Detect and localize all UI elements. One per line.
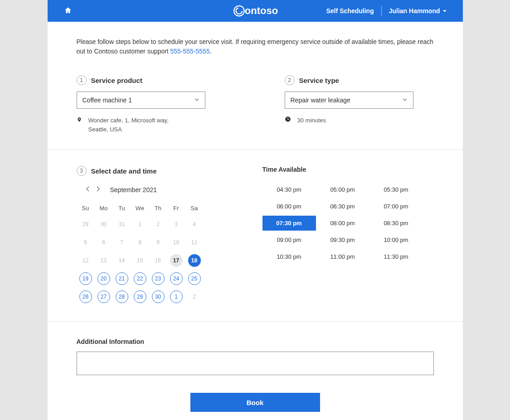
time-slot[interactable]: 10:30 pm: [262, 249, 316, 264]
caret-down-icon: [443, 7, 447, 14]
calendar-day: 10: [167, 233, 185, 251]
self-scheduling-link[interactable]: Self Scheduling: [326, 7, 374, 14]
book-button[interactable]: Book: [190, 393, 320, 412]
calendar-day: 11: [185, 233, 204, 251]
additional-info-label: Additional Information: [77, 338, 434, 345]
address-line2: Seattle, USA: [88, 125, 169, 134]
clock-icon: [285, 116, 291, 124]
brand-logo: ontoso: [232, 4, 278, 18]
calendar-day: 12: [77, 251, 95, 270]
additional-info-input[interactable]: [77, 352, 434, 375]
month-label: September 2021: [110, 186, 157, 193]
steps-row: 1 Service product Coffee machine 1 Wonde…: [77, 75, 434, 134]
select-value: Coffee machine 1: [83, 97, 132, 104]
calendar-day[interactable]: 27: [95, 288, 113, 306]
time-slot[interactable]: 05:00 pm: [316, 182, 369, 197]
calendar-day[interactable]: 30: [149, 288, 167, 306]
calendar-day[interactable]: 21: [113, 270, 131, 288]
step-number: 1: [77, 75, 87, 85]
intro-before: Please follow steps below to schedule yo…: [77, 38, 434, 55]
calendar-day[interactable]: 18: [185, 251, 204, 270]
time-panel: Time Available 04:30 pm05:00 pm05:30 pm0…: [240, 166, 434, 306]
calendar-day: 31: [113, 215, 131, 233]
step-title: Service product: [91, 77, 142, 84]
time-slot[interactable]: 07:30 pm: [262, 216, 316, 231]
calendar-dow: Mo: [95, 201, 113, 215]
app-header: ontoso Self Scheduling Julian Hammond: [48, 0, 463, 22]
time-slot-grid: 04:30 pm05:00 pm05:30 pm06:00 pm06:30 pm…: [262, 182, 434, 264]
calendar-dow: Th: [149, 201, 167, 215]
calendar-day: 14: [113, 251, 131, 270]
calendar-day[interactable]: 29: [131, 288, 149, 306]
time-slot[interactable]: 08:30 pm: [369, 216, 423, 231]
step-date-time: 3 Select date and time September 2021 Su…: [77, 150, 434, 306]
calendar-day[interactable]: 19: [77, 270, 95, 288]
calendar-day: 6: [95, 233, 113, 251]
step-title: Select date and time: [91, 167, 157, 175]
calendar-day: 30: [95, 215, 113, 233]
user-name: Julian Hammond: [389, 7, 440, 14]
bottom-section: Additional Information Book: [48, 322, 463, 420]
step-title: Service type: [299, 77, 339, 84]
step-number: 2: [285, 75, 295, 85]
time-slot[interactable]: 07:00 pm: [369, 199, 423, 214]
calendar-day: 2: [185, 288, 204, 306]
calendar-day[interactable]: 1: [167, 288, 185, 306]
calendar-day[interactable]: 22: [131, 270, 149, 288]
user-menu[interactable]: Julian Hammond: [389, 7, 447, 14]
svg-point-1: [236, 8, 242, 14]
calendar-day[interactable]: 26: [77, 288, 95, 306]
time-slot[interactable]: 04:30 pm: [262, 182, 316, 197]
intro-period: .: [210, 48, 212, 55]
main-content: Please follow steps below to schedule yo…: [48, 22, 463, 322]
step-number: 3: [77, 166, 87, 176]
header-right: Self Scheduling Julian Hammond: [326, 6, 447, 16]
step-service-product: 1 Service product Coffee machine 1 Wonde…: [77, 75, 226, 134]
calendar-dow: Fr: [167, 201, 185, 215]
calendar-day: 4: [185, 215, 204, 233]
next-month-icon[interactable]: [96, 186, 100, 193]
calendar-dow: Sa: [185, 201, 204, 215]
calendar-nav: September 2021: [86, 186, 240, 193]
time-slot[interactable]: 11:30 pm: [369, 249, 423, 264]
calendar-dow: Tu: [113, 201, 131, 215]
time-slot[interactable]: 06:00 pm: [262, 199, 316, 214]
calendar-dow: Su: [77, 201, 95, 215]
calendar-day[interactable]: 17: [167, 251, 185, 270]
map-pin-icon: [77, 116, 82, 125]
header-divider: [381, 6, 382, 16]
time-slot[interactable]: 11:00 pm: [316, 249, 369, 264]
calendar-day[interactable]: 25: [185, 270, 204, 288]
service-location: Wonder cafe, 1, Microsoft way, Seattle, …: [77, 116, 226, 134]
time-slot[interactable]: 06:30 pm: [316, 199, 369, 214]
home-icon[interactable]: [64, 6, 72, 16]
address-line1: Wonder cafe, 1, Microsoft way,: [88, 116, 169, 125]
chevron-down-icon: [402, 97, 408, 104]
calendar-day: 8: [131, 233, 149, 251]
calendar-day[interactable]: 20: [95, 270, 113, 288]
calendar-day: 3: [167, 215, 185, 233]
calendar-day[interactable]: 24: [167, 270, 185, 288]
calendar-day: 15: [131, 251, 149, 270]
calendar-day: 1: [131, 215, 149, 233]
service-product-select[interactable]: Coffee machine 1: [77, 92, 205, 109]
calendar-day[interactable]: 28: [113, 288, 131, 306]
time-available-title: Time Available: [262, 166, 434, 173]
time-slot[interactable]: 08:00 pm: [316, 216, 369, 231]
support-phone-link[interactable]: 555-555-5555: [170, 48, 210, 55]
intro-text: Please follow steps below to schedule yo…: [77, 37, 434, 56]
calendar-day: 13: [95, 251, 113, 270]
time-slot[interactable]: 05:30 pm: [369, 182, 423, 197]
service-duration: 30 minutes: [285, 116, 434, 125]
calendar-day: 16: [149, 251, 167, 270]
calendar-day: 5: [77, 233, 95, 251]
step-service-type: 2 Service type Repair water leakage 30 m…: [285, 75, 434, 134]
calendar-day[interactable]: 23: [149, 270, 167, 288]
prev-month-icon[interactable]: [86, 186, 90, 193]
time-slot[interactable]: 10:00 pm: [369, 232, 423, 247]
calendar-day: 7: [113, 233, 131, 251]
calendar-day: 29: [77, 215, 95, 233]
time-slot[interactable]: 09:00 pm: [262, 232, 316, 247]
service-type-select[interactable]: Repair water leakage: [285, 92, 413, 109]
time-slot[interactable]: 09:30 pm: [316, 232, 369, 247]
